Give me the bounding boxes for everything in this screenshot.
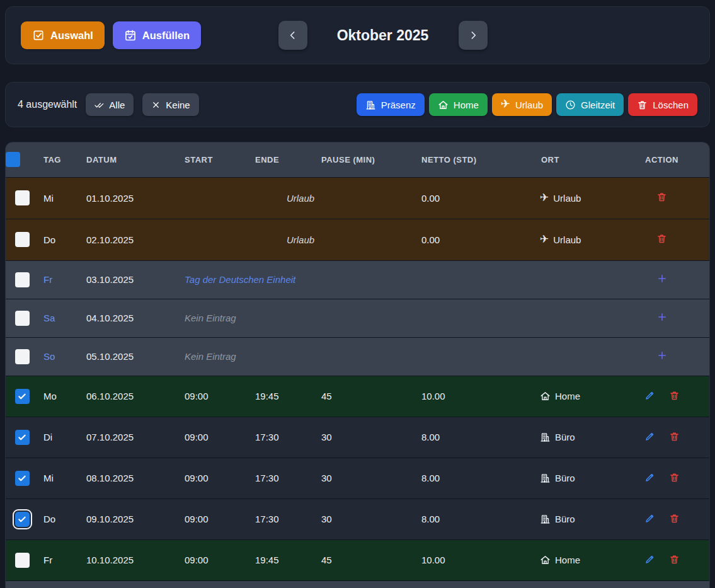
netto-cell: 8.00: [416, 458, 536, 499]
table-row: [6, 580, 709, 588]
row-actions: [644, 553, 680, 565]
start-cell: 09:00: [180, 458, 250, 499]
entry-type-cell: Urlaub: [180, 219, 416, 260]
row-actions: [656, 350, 668, 361]
day-cell: So: [38, 337, 81, 376]
select-all-checkbox[interactable]: [6, 152, 20, 167]
plane-icon: ✈: [540, 193, 549, 204]
delete-entry-button[interactable]: [669, 390, 680, 401]
row-actions-cell: [614, 539, 709, 580]
end-cell: 19:45: [250, 376, 316, 417]
select-all-button[interactable]: Alle: [86, 93, 134, 116]
loeschen-bulk-button[interactable]: Löschen: [628, 93, 697, 116]
previous-month-button[interactable]: [278, 21, 307, 50]
pause-cell: 45: [316, 539, 416, 580]
start-cell: 09:00: [180, 376, 250, 417]
location-value: Home: [540, 391, 614, 401]
clock-icon: [565, 100, 576, 110]
edit-entry-button[interactable]: [644, 471, 656, 483]
add-entry-button[interactable]: [656, 273, 668, 284]
plane-icon: ✈: [540, 234, 549, 245]
table-row: Fr03.10.2025Tag der Deutschen Einheit: [6, 260, 709, 299]
edit-entry-button[interactable]: [644, 512, 656, 524]
row-checkbox-cell: [6, 219, 38, 260]
holiday-name-cell: Tag der Deutschen Einheit: [180, 260, 536, 299]
row-checkbox[interactable]: [15, 272, 30, 287]
plane-icon: ✈: [501, 99, 510, 110]
date-cell: 08.10.2025: [81, 458, 180, 499]
row-checkbox-cell: [6, 539, 38, 580]
edit-entry-button[interactable]: [644, 389, 656, 401]
table-row: Mi01.10.2025Urlaub0.00✈Urlaub: [6, 177, 709, 219]
location-label: Home: [555, 555, 580, 565]
selected-count: 4 ausgewählt: [18, 99, 77, 110]
select-none-label: Keine: [166, 100, 190, 110]
delete-entry-button[interactable]: [656, 233, 667, 244]
add-entry-button[interactable]: [656, 311, 668, 323]
delete-entry-button[interactable]: [669, 472, 680, 483]
bulk-action-buttons: PräsenzHome✈UrlaubGleitzeitLöschen: [357, 93, 697, 116]
next-month-button[interactable]: [459, 21, 488, 50]
end-cell: 17:30: [250, 417, 316, 458]
entry-type-cell: Urlaub: [180, 177, 416, 219]
row-checkbox[interactable]: [15, 389, 30, 404]
start-cell: 09:00: [180, 417, 250, 458]
select-none-button[interactable]: Keine: [142, 93, 198, 116]
edit-entry-button[interactable]: [644, 430, 656, 442]
location-value: Büro: [540, 473, 614, 483]
building-icon: [540, 432, 551, 442]
check-square-icon: [32, 29, 45, 42]
row-checkbox[interactable]: [15, 430, 30, 445]
location-value: Büro: [540, 432, 614, 442]
delete-entry-button[interactable]: [669, 513, 680, 524]
column-header-netto-std: Netto (Std): [416, 142, 536, 177]
pause-cell: 30: [316, 458, 416, 499]
home-bulk-button[interactable]: Home: [429, 93, 488, 116]
page: Auswahl Ausfüllen Oktober 2025 4 ausgewä…: [0, 0, 715, 588]
auswahl-button[interactable]: Auswahl: [21, 21, 105, 49]
day-cell: Mo: [38, 376, 81, 417]
row-checkbox-cell: [6, 417, 38, 458]
add-entry-button[interactable]: [656, 350, 668, 361]
date-cell: 02.10.2025: [81, 219, 180, 260]
location-value: ✈Urlaub: [540, 234, 614, 245]
home-icon: [540, 391, 551, 401]
day-cell: Do: [38, 219, 81, 260]
edit-entry-button[interactable]: [644, 553, 656, 565]
chevron-right-icon: [467, 29, 479, 42]
praesenz-bulk-button[interactable]: Präsenz: [357, 93, 425, 116]
ausfuellen-button[interactable]: Ausfüllen: [113, 21, 201, 49]
location-label: Urlaub: [553, 234, 581, 245]
table-row: So05.10.2025Kein Eintrag: [6, 337, 709, 376]
pause-cell: 45: [316, 376, 416, 417]
row-checkbox[interactable]: [15, 553, 30, 568]
row-actions: [644, 512, 680, 524]
end-cell: 17:30: [250, 499, 316, 539]
row-checkbox[interactable]: [15, 232, 30, 247]
row-checkbox[interactable]: [15, 311, 30, 326]
location-cell: [536, 337, 614, 376]
urlaub-bulk-button[interactable]: ✈Urlaub: [492, 93, 552, 116]
home-bulk-button-label: Home: [454, 100, 479, 110]
date-cell: 04.10.2025: [81, 299, 180, 337]
row-checkbox-cell: [6, 299, 38, 337]
row-actions: [656, 273, 668, 284]
row-checkbox-cell: [6, 337, 38, 376]
date-cell: 01.10.2025: [81, 177, 180, 219]
row-checkbox[interactable]: [15, 471, 30, 486]
time-entries-table: TagDatumStartEndePause (Min)Netto (Std)O…: [6, 142, 709, 588]
delete-entry-button[interactable]: [669, 554, 680, 565]
date-cell: 07.10.2025: [81, 417, 180, 458]
urlaub-bulk-button-label: Urlaub: [515, 100, 543, 110]
delete-entry-button[interactable]: [656, 192, 667, 202]
delete-entry-button[interactable]: [669, 431, 680, 442]
location-label: Home: [555, 391, 580, 401]
row-checkbox[interactable]: [15, 190, 30, 205]
gleitzeit-bulk-button[interactable]: Gleitzeit: [556, 93, 624, 116]
row-checkbox[interactable]: [15, 512, 30, 527]
location-cell: Home: [536, 376, 614, 417]
row-actions: [656, 192, 667, 202]
date-cell: 10.10.2025: [81, 539, 180, 580]
location-cell: Büro: [536, 458, 614, 499]
row-checkbox[interactable]: [15, 349, 30, 364]
